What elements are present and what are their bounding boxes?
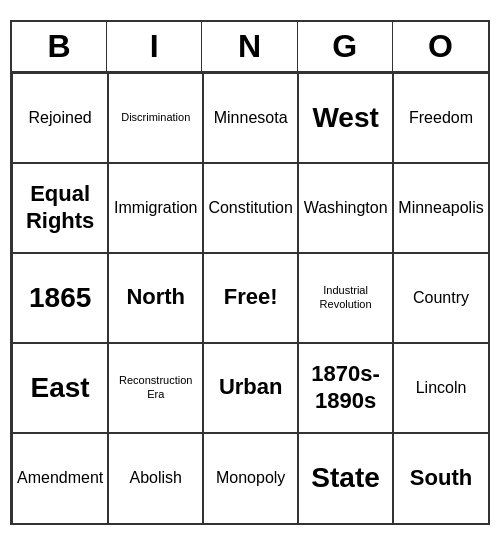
bingo-cell-17: Urban: [203, 343, 298, 433]
bingo-cell-14: Country: [393, 253, 488, 343]
cell-text-12: Free!: [224, 284, 278, 310]
cell-text-17: Urban: [219, 374, 283, 400]
bingo-cell-5: Equal Rights: [12, 163, 108, 253]
header-letter-n: N: [202, 22, 297, 71]
bingo-cell-10: 1865: [12, 253, 108, 343]
bingo-cell-18: 1870s-1890s: [298, 343, 393, 433]
cell-text-22: Monopoly: [216, 468, 285, 487]
bingo-cell-6: Immigration: [108, 163, 203, 253]
bingo-cell-12: Free!: [203, 253, 298, 343]
bingo-grid: RejoinedDiscriminationMinnesotaWestFreed…: [12, 73, 488, 523]
bingo-cell-4: Freedom: [393, 73, 488, 163]
cell-text-11: North: [126, 284, 185, 310]
bingo-cell-20: Amendment: [12, 433, 108, 523]
cell-text-1: Discrimination: [121, 111, 190, 124]
cell-text-14: Country: [413, 288, 469, 307]
cell-text-23: State: [311, 461, 379, 495]
bingo-cell-13: Industrial Revolution: [298, 253, 393, 343]
cell-text-16: Reconstruction Era: [113, 374, 198, 400]
bingo-cell-3: West: [298, 73, 393, 163]
cell-text-15: East: [31, 371, 90, 405]
cell-text-4: Freedom: [409, 108, 473, 127]
bingo-cell-19: Lincoln: [393, 343, 488, 433]
bingo-cell-0: Rejoined: [12, 73, 108, 163]
cell-text-2: Minnesota: [214, 108, 288, 127]
cell-text-10: 1865: [29, 281, 91, 315]
cell-text-5: Equal Rights: [17, 181, 103, 234]
bingo-card: BINGO RejoinedDiscriminationMinnesotaWes…: [10, 20, 490, 525]
bingo-header: BINGO: [12, 22, 488, 73]
cell-text-24: South: [410, 465, 472, 491]
bingo-cell-2: Minnesota: [203, 73, 298, 163]
cell-text-9: Minneapolis: [398, 198, 483, 217]
cell-text-0: Rejoined: [29, 108, 92, 127]
cell-text-20: Amendment: [17, 468, 103, 487]
bingo-cell-23: State: [298, 433, 393, 523]
bingo-cell-8: Washington: [298, 163, 393, 253]
bingo-cell-24: South: [393, 433, 488, 523]
bingo-cell-16: Reconstruction Era: [108, 343, 203, 433]
header-letter-b: B: [12, 22, 107, 71]
header-letter-i: I: [107, 22, 202, 71]
bingo-cell-1: Discrimination: [108, 73, 203, 163]
header-letter-g: G: [298, 22, 393, 71]
bingo-cell-15: East: [12, 343, 108, 433]
bingo-cell-7: Constitution: [203, 163, 298, 253]
cell-text-19: Lincoln: [416, 378, 467, 397]
bingo-cell-11: North: [108, 253, 203, 343]
bingo-cell-22: Monopoly: [203, 433, 298, 523]
cell-text-8: Washington: [304, 198, 388, 217]
cell-text-7: Constitution: [208, 198, 293, 217]
header-letter-o: O: [393, 22, 488, 71]
bingo-cell-21: Abolish: [108, 433, 203, 523]
cell-text-13: Industrial Revolution: [303, 284, 388, 310]
cell-text-3: West: [312, 101, 378, 135]
cell-text-18: 1870s-1890s: [303, 361, 388, 414]
cell-text-21: Abolish: [129, 468, 181, 487]
bingo-cell-9: Minneapolis: [393, 163, 488, 253]
cell-text-6: Immigration: [114, 198, 198, 217]
